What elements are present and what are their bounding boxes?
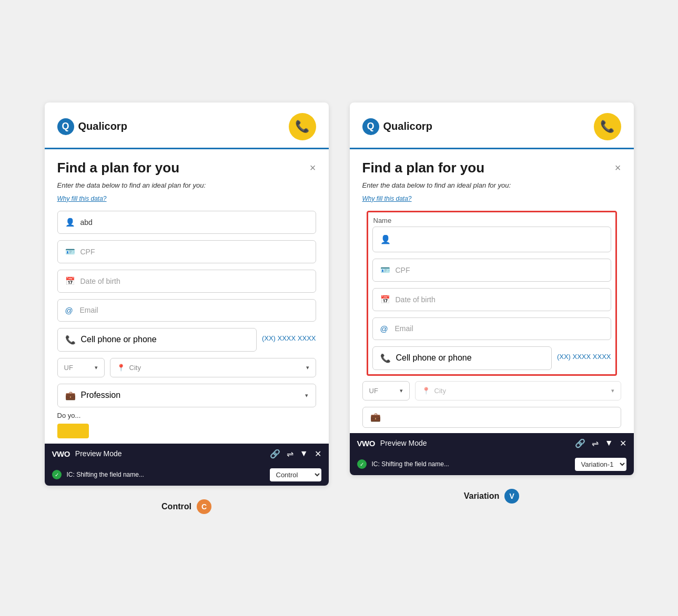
variation-uf-field[interactable]: UF ▾ xyxy=(362,381,410,401)
control-preview-text: Preview Mode xyxy=(75,449,265,458)
variation-close-button[interactable]: × xyxy=(615,162,621,173)
variation-email-input[interactable]: Email xyxy=(395,324,603,333)
control-city-field[interactable]: 📍 City ▾ xyxy=(110,358,316,377)
control-uf-chevron: ▾ xyxy=(95,364,98,371)
variation-city-chevron: ▾ xyxy=(611,387,614,394)
control-phone-field[interactable]: 📞 Cell phone or phone xyxy=(57,328,257,352)
control-panel-wrapper: Q Qualicorp 📞 Find a plan for you × Ente… xyxy=(45,102,329,514)
variation-vwo-logo: VWO xyxy=(357,439,375,448)
control-profession-input[interactable]: Profession xyxy=(81,391,300,400)
variation-profession-field[interactable]: 💼 xyxy=(362,407,621,428)
control-name-input[interactable]: abd xyxy=(80,218,308,227)
control-phone-mask: (XX) XXXX XXXX xyxy=(262,328,316,352)
variation-close-preview-icon[interactable]: ✕ xyxy=(620,438,626,448)
control-yellow-button[interactable] xyxy=(57,424,89,438)
variation-email-field[interactable]: @ Email xyxy=(372,317,611,340)
variation-ic-text: IC: Shifting the field name... xyxy=(372,460,570,468)
control-email-field[interactable]: @ Email xyxy=(57,299,316,322)
control-profession-chevron: ▾ xyxy=(305,392,308,399)
control-panel: Q Qualicorp 📞 Find a plan for you × Ente… xyxy=(45,102,329,486)
variation-panel-title: Find a plan for you xyxy=(362,160,485,176)
control-cpf-icon: 🪪 xyxy=(65,247,75,256)
variation-uf-chevron: ▾ xyxy=(400,387,403,394)
control-uf-label[interactable]: UF xyxy=(64,364,92,372)
control-title-row: Find a plan for you × xyxy=(57,160,316,176)
variation-name-field[interactable]: 👤 xyxy=(372,227,611,252)
variation-cpf-icon: 🪪 xyxy=(380,265,390,275)
control-location-row: UF ▾ 📍 City ▾ xyxy=(57,358,316,377)
control-dob-input[interactable]: Date of birth xyxy=(80,277,308,285)
phone-icon: 📞 xyxy=(295,120,309,134)
control-logo-icon: Q xyxy=(57,118,74,135)
variation-variant-select[interactable]: Control Variation-1 xyxy=(575,458,626,471)
variation-cpf-input[interactable]: CPF xyxy=(396,266,603,274)
variation-highlight-border: Name 👤 🪪 CPF 📅 Date of birth xyxy=(367,211,617,376)
control-phone-input[interactable]: Cell phone or phone xyxy=(81,335,157,344)
variation-city-icon: 📍 xyxy=(422,387,430,395)
main-container: Q Qualicorp 📞 Find a plan for you × Ente… xyxy=(11,102,667,514)
variation-phone-field[interactable]: 📞 Cell phone or phone xyxy=(372,346,552,370)
control-profession-field[interactable]: 💼 Profession ▾ xyxy=(57,384,316,407)
control-dropdown-icon[interactable]: ▼ xyxy=(300,449,308,458)
control-city-label[interactable]: City xyxy=(129,364,302,372)
control-uf-field[interactable]: UF ▾ xyxy=(57,358,105,377)
control-name-field[interactable]: 👤 abd xyxy=(57,211,316,234)
variation-dob-icon: 📅 xyxy=(380,295,390,304)
control-panel-title: Find a plan for you xyxy=(57,160,180,176)
control-email-input[interactable]: Email xyxy=(80,306,308,314)
control-close-preview-icon[interactable]: ✕ xyxy=(315,449,321,459)
control-ic-text: IC: Shifting the field name... xyxy=(67,471,265,478)
control-city-chevron: ▾ xyxy=(306,364,309,371)
variation-link-icon[interactable]: 🔗 xyxy=(575,438,585,448)
control-label-badge: C xyxy=(197,499,211,514)
control-logo-area: Q Qualicorp xyxy=(57,118,127,135)
control-ic-bar: ✓ IC: Shifting the field name... Control… xyxy=(45,464,329,486)
variation-logo-text: Qualicorp xyxy=(383,120,432,132)
control-close-button[interactable]: × xyxy=(310,162,316,173)
variation-email-icon: @ xyxy=(380,324,390,333)
variation-dropdown-icon[interactable]: ▼ xyxy=(605,438,613,448)
variation-uf-label[interactable]: UF xyxy=(369,387,397,395)
control-link-icon[interactable]: 🔗 xyxy=(270,449,280,459)
control-why-link[interactable]: Why fill this data? xyxy=(57,195,107,202)
control-header: Q Qualicorp 📞 xyxy=(45,102,329,149)
variation-settings-icon[interactable]: ⇌ xyxy=(592,438,599,448)
control-cpf-field[interactable]: 🪪 CPF xyxy=(57,240,316,263)
control-name-icon: 👤 xyxy=(65,218,75,227)
variation-why-link[interactable]: Why fill this data? xyxy=(362,195,412,202)
variation-name-icon: 👤 xyxy=(380,234,391,244)
control-vwo-logo: VWO xyxy=(52,449,70,458)
control-subtitle: Enter the data below to find an ideal pl… xyxy=(57,181,316,189)
variation-title-row: Find a plan for you × xyxy=(362,160,621,176)
variation-preview-text: Preview Mode xyxy=(380,439,570,447)
control-city-icon: 📍 xyxy=(117,364,125,372)
variation-phone-input[interactable]: Cell phone or phone xyxy=(396,353,472,363)
variation-body: Find a plan for you × Enter the data bel… xyxy=(350,149,634,428)
variation-label-text: Variation xyxy=(464,491,500,501)
control-cpf-input[interactable]: CPF xyxy=(80,248,308,256)
control-preview-bar: VWO Preview Mode 🔗 ⇌ ▼ ✕ xyxy=(45,444,329,464)
control-badge-letter: C xyxy=(201,502,207,511)
control-profession-icon: 💼 xyxy=(65,391,76,401)
control-variant-select[interactable]: Control Variation-1 xyxy=(270,468,321,481)
variation-logo-area: Q Qualicorp xyxy=(362,118,432,135)
control-phone-icon: 📞 xyxy=(65,335,76,345)
variation-city-label[interactable]: City xyxy=(434,387,607,395)
variation-panel-wrapper: Q Qualicorp 📞 Find a plan for you × Ente… xyxy=(350,102,634,504)
variation-dob-field[interactable]: 📅 Date of birth xyxy=(372,288,611,311)
control-settings-icon[interactable]: ⇌ xyxy=(287,449,294,459)
variation-profession-icon: 💼 xyxy=(370,412,381,422)
control-do-you-text: Do yo... xyxy=(57,407,316,424)
control-logo-text: Qualicorp xyxy=(78,120,127,132)
variation-ic-bar: ✓ IC: Shifting the field name... Control… xyxy=(350,454,634,475)
variation-city-field[interactable]: 📍 City ▾ xyxy=(415,381,621,401)
control-dob-field[interactable]: 📅 Date of birth xyxy=(57,270,316,293)
variation-phone-badge: 📞 xyxy=(594,113,621,140)
variation-badge-letter: V xyxy=(510,492,514,500)
control-phone-badge: 📞 xyxy=(289,113,316,140)
control-email-icon: @ xyxy=(65,306,75,315)
variation-dob-input[interactable]: Date of birth xyxy=(396,295,603,304)
variation-phone-row: 📞 Cell phone or phone (XX) XXXX XXXX xyxy=(372,346,611,370)
variation-cpf-field[interactable]: 🪪 CPF xyxy=(372,259,611,282)
variation-logo-icon: Q xyxy=(362,118,379,135)
